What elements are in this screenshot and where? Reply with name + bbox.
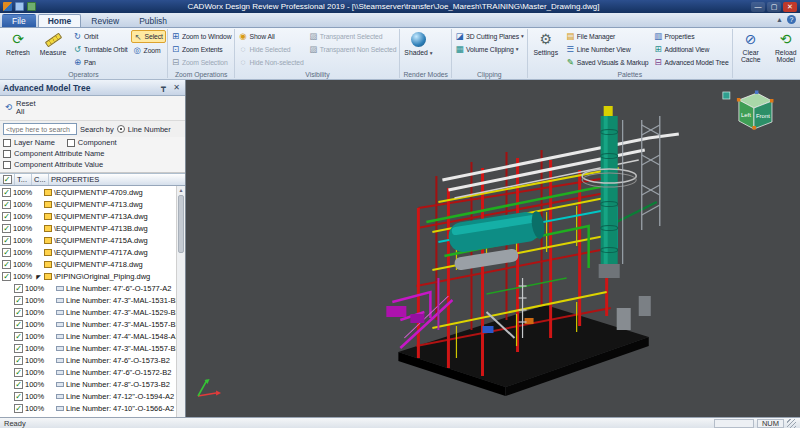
column-properties[interactable]: PROPERTIES xyxy=(49,174,185,185)
pan-button[interactable]: ⊕ Pan xyxy=(71,56,130,68)
model-tree-row[interactable]: ✓ 100% Line Number: 47-4"-MAL-1548-A3 xyxy=(0,330,176,342)
model-tree-row[interactable]: ✓ 100% ◤ \PIPING\Original_Piping.dwg xyxy=(0,270,176,282)
row-checkbox[interactable]: ✓ xyxy=(14,296,23,305)
row-checkbox[interactable]: ✓ xyxy=(14,284,23,293)
line-number-radio[interactable] xyxy=(117,125,125,133)
row-checkbox[interactable]: ✓ xyxy=(14,392,23,401)
model-tree-row[interactable]: ✓ 100% Line Number: 47-3"-MAL-1557-B3 xyxy=(0,318,176,330)
saved-visuals-markup-button[interactable]: ✎ Saved Visuals & Markup xyxy=(564,56,651,68)
reload-model-button[interactable]: ⟲ Reload Model xyxy=(769,30,800,65)
close-icon[interactable]: ✕ xyxy=(783,2,797,12)
clear-cache-button[interactable]: ⊘ Clear Cache xyxy=(734,30,768,65)
tab-file[interactable]: File xyxy=(2,14,36,27)
panel-close-icon[interactable]: ✕ xyxy=(171,83,182,92)
orbit-button[interactable]: ↻ Orbit xyxy=(71,30,130,42)
tab-publish[interactable]: Publish xyxy=(129,14,177,27)
model-tree-row[interactable]: ✓ 100% Line Number: 47-6"-O-1573-B2 xyxy=(0,354,176,366)
model-tree-row[interactable]: ✓ 100% Line Number: 47-8"-O-1573-B2 xyxy=(0,378,176,390)
model-tree-row[interactable]: ✓ 100% Line Number: 47-3"-MAL-1557-B3 xyxy=(0,342,176,354)
home-view-icon[interactable] xyxy=(723,92,730,99)
column-transparency[interactable]: T... xyxy=(15,174,32,185)
scrollbar-thumb[interactable] xyxy=(178,195,184,253)
transparent-non-selected-button[interactable]: ▨ Transparent Non Selected xyxy=(307,43,399,55)
row-checkbox[interactable]: ✓ xyxy=(2,272,11,281)
turntable-orbit-button[interactable]: ↺ Turntable Orbit xyxy=(71,43,130,55)
model-tree-row[interactable]: ✓ 100% Line Number: 47-3"-MAL-1531-B3 xyxy=(0,294,176,306)
model-tree-row[interactable]: ✓ 100% Line Number: 47-12"-O-1594-A2 xyxy=(0,390,176,402)
save-icon[interactable] xyxy=(15,2,24,11)
select-button[interactable]: ↖ Select xyxy=(131,30,166,43)
row-checkbox[interactable]: ✓ xyxy=(2,260,11,269)
component-attr-name-checkbox[interactable] xyxy=(3,150,11,158)
properties-button[interactable]: ▥ Properties xyxy=(652,30,731,42)
settings-button[interactable]: ⚙ Settings xyxy=(529,30,563,57)
panel-scrollbar[interactable]: ▲ xyxy=(176,186,185,417)
row-checkbox[interactable]: ✓ xyxy=(14,404,23,413)
row-checkbox[interactable]: ✓ xyxy=(2,248,11,257)
viewcube-left-label[interactable]: Left xyxy=(741,112,751,118)
zoom-extents-button[interactable]: ⊡ Zoom Extents xyxy=(169,43,234,55)
tab-home[interactable]: Home xyxy=(38,14,82,27)
row-checkbox[interactable]: ✓ xyxy=(14,356,23,365)
undo-icon[interactable] xyxy=(27,2,36,11)
minimize-icon[interactable]: — xyxy=(751,2,765,12)
show-all-button[interactable]: ◉ Show All xyxy=(236,30,305,42)
search-input[interactable] xyxy=(3,123,77,135)
model-tree-row[interactable]: ✓ 100% \EQUIPMENT\P-4717A.dwg xyxy=(0,246,176,258)
line-number-view-button[interactable]: ☰ Line Number View xyxy=(564,43,651,55)
shaded-button[interactable]: Shaded ▾ xyxy=(401,30,435,57)
model-tree-row[interactable]: ✓ 100% \EQUIPMENT\P-4713.dwg xyxy=(0,198,176,210)
zoom-button[interactable]: ◎ Zoom xyxy=(131,44,166,56)
volume-clipping-button[interactable]: ▦ Volume Clipping ▾ xyxy=(453,43,526,55)
row-checkbox[interactable]: ✓ xyxy=(2,200,11,209)
collapse-ribbon-icon[interactable]: ▲ xyxy=(776,16,783,23)
component-checkbox[interactable] xyxy=(67,139,75,147)
select-all-checkbox[interactable]: ✓ xyxy=(3,175,12,184)
row-checkbox[interactable]: ✓ xyxy=(14,380,23,389)
reset-all-button[interactable]: ⟲ Reset All xyxy=(4,100,40,117)
zoom-selection-button[interactable]: ⊟ Zoom Selection xyxy=(169,56,234,68)
model-tree-row[interactable]: ✓ 100% Line Number: 47'-6"-O-1577-A2 xyxy=(0,282,176,294)
row-checkbox[interactable]: ✓ xyxy=(2,224,11,233)
component-attr-value-checkbox[interactable] xyxy=(3,161,11,169)
column-color[interactable]: C... xyxy=(32,174,49,185)
cutting-planes-button[interactable]: ◪ 3D Cutting Planes ▾ xyxy=(453,30,526,42)
scroll-up-icon[interactable]: ▲ xyxy=(177,186,185,195)
hide-non-selected-button[interactable]: ◌ Hide Non-selected xyxy=(236,56,305,68)
help-icon[interactable]: ? xyxy=(787,15,796,24)
expand-icon[interactable]: ◤ xyxy=(35,273,42,280)
file-icon xyxy=(56,358,64,363)
transparent-selected-button[interactable]: ▨ Transparent Selected xyxy=(307,30,399,42)
model-tree-row[interactable]: ✓ 100% \EQUIPMENT\P-4713A.dwg xyxy=(0,210,176,222)
layer-name-checkbox[interactable] xyxy=(3,139,11,147)
resize-grip[interactable] xyxy=(787,419,796,428)
model-tree-row[interactable]: ✓ 100% \EQUIPMENT\P-4718.dwg xyxy=(0,258,176,270)
advanced-model-tree-button[interactable]: ⊟ Advanced Model Tree xyxy=(652,56,731,68)
viewcube-front-label[interactable]: Front xyxy=(756,113,770,119)
row-checkbox[interactable]: ✓ xyxy=(14,308,23,317)
model-tree-row[interactable]: ✓ 100% Line Number: 47-10"-O-1566-A2 xyxy=(0,402,176,414)
model-tree-row[interactable]: ✓ 100% \EQUIPMENT\P-4713B.dwg xyxy=(0,222,176,234)
viewport-3d[interactable]: Left Front xyxy=(186,80,800,417)
measure-button[interactable]: Measure xyxy=(36,30,70,57)
file-manager-button[interactable]: ▤ File Manager xyxy=(564,30,651,42)
additional-view-button[interactable]: ⊞ Additional View xyxy=(652,43,731,55)
row-checkbox[interactable]: ✓ xyxy=(2,236,11,245)
model-tree-row[interactable]: ✓ 100% Line Number: 47-3"-MAL-1529-B3 xyxy=(0,306,176,318)
row-percent: 100% xyxy=(25,296,45,305)
model-tree-row[interactable]: ✓ 100% \EQUIPMENT\P-4709.dwg xyxy=(0,186,176,198)
tab-review[interactable]: Review xyxy=(81,14,129,27)
maximize-icon[interactable]: ▢ xyxy=(767,2,781,12)
refresh-button[interactable]: ⟳ Refresh xyxy=(1,30,35,57)
row-checkbox[interactable]: ✓ xyxy=(14,368,23,377)
row-checkbox[interactable]: ✓ xyxy=(14,320,23,329)
hide-selected-button[interactable]: ◌ Hide Selected xyxy=(236,43,305,55)
model-tree-row[interactable]: ✓ 100% \EQUIPMENT\P-4715A.dwg xyxy=(0,234,176,246)
pin-icon[interactable]: ┳ xyxy=(158,83,169,92)
model-tree-row[interactable]: ✓ 100% Line Number: 47'-6"-O-1572-B2 xyxy=(0,366,176,378)
row-checkbox[interactable]: ✓ xyxy=(14,332,23,341)
row-checkbox[interactable]: ✓ xyxy=(2,212,11,221)
row-checkbox[interactable]: ✓ xyxy=(2,188,11,197)
zoom-to-window-button[interactable]: ⊞ Zoom to Window xyxy=(169,30,234,42)
row-checkbox[interactable]: ✓ xyxy=(14,344,23,353)
